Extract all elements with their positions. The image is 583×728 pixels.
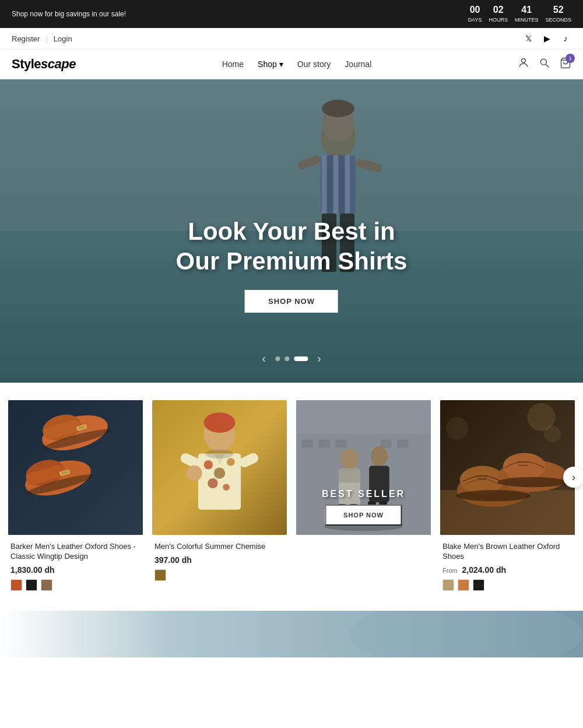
svg-line-2 [546, 64, 549, 67]
dot-3[interactable] [294, 356, 308, 361]
svg-point-36 [214, 468, 225, 479]
prev-slide-button[interactable]: ‹ [262, 352, 266, 365]
product-image-2 [152, 400, 287, 535]
register-link[interactable]: Register [12, 34, 40, 43]
utility-links: Register | Login [12, 34, 72, 43]
dot-1[interactable] [275, 356, 280, 361]
product-image-4 [440, 400, 575, 535]
hero-cta-button[interactable]: SHOP NOW [245, 290, 338, 313]
twitter-icon[interactable]: 𝕏 [522, 33, 534, 44]
main-nav: Home Shop ▾ Our story Journal [222, 60, 372, 69]
tiktok-icon[interactable]: ♪ [560, 33, 571, 44]
product-card-2[interactable]: Men's Colorful Summer Chemise 397.00 dh [152, 400, 287, 593]
product-card-3[interactable]: BEST SELLER SHOP NOW [296, 400, 431, 593]
svg-point-1 [540, 59, 546, 65]
swatch-gold[interactable] [154, 569, 166, 581]
countdown: 00 Days 02 Hours 41 Minutes 52 Seconds [468, 5, 571, 23]
product-image-1 [8, 400, 143, 535]
chevron-right-icon: › [572, 471, 575, 484]
product-card-4[interactable]: Blake Men's Brown Leather Oxford Shoes F… [440, 400, 575, 593]
logo[interactable]: Stylescape [12, 57, 76, 72]
product-name-2: Men's Colorful Summer Chemise [154, 542, 285, 552]
social-icons: 𝕏 ▶ ♪ [522, 33, 571, 44]
products-next-button[interactable]: › [563, 467, 583, 488]
search-icon[interactable] [539, 57, 550, 72]
cart-badge: 1 [566, 54, 575, 63]
countdown-seconds: 52 Seconds [545, 5, 571, 23]
main-header: Stylescape Home Shop ▾ Our story Journal [0, 50, 583, 79]
swatch-brown[interactable] [458, 579, 469, 591]
svg-point-39 [223, 484, 230, 491]
announcement-text: Shop now for big savings in our sale! [12, 10, 126, 18]
product-swatches-2 [154, 569, 285, 581]
product-price-4: From 2,024.00 dh [442, 565, 573, 575]
utility-bar: Register | Login 𝕏 ▶ ♪ [0, 28, 583, 50]
product-name-1: Barker Men's Leather Oxford Shoes - Clas… [10, 542, 141, 562]
best-seller-shop-button[interactable]: SHOP NOW [325, 505, 402, 526]
nav-journal[interactable]: Journal [345, 60, 371, 69]
svg-rect-42 [238, 452, 260, 469]
product-info-4: Blake Men's Brown Leather Oxford Shoes F… [440, 535, 575, 593]
hero-slider: Look Your Best in Our Premium Shirts SHO… [0, 79, 583, 383]
product-swatches-1 [10, 579, 141, 591]
countdown-hours: 02 Hours [489, 5, 508, 23]
svg-point-43 [187, 466, 202, 481]
nav-our-story[interactable]: Our story [297, 60, 331, 69]
login-link[interactable]: Login [54, 34, 72, 43]
products-grid: Barker Men's Leather Oxford Shoes - Clas… [8, 400, 575, 593]
product-name-4: Blake Men's Brown Leather Oxford Shoes [442, 542, 573, 562]
countdown-days: 00 Days [468, 5, 482, 23]
next-slide-button[interactable]: › [317, 352, 321, 365]
swatch-black[interactable] [26, 579, 37, 591]
svg-point-67 [456, 490, 531, 501]
announcement-bar: Shop now for big savings in our sale! 00… [0, 0, 583, 28]
slider-dots [275, 356, 308, 361]
countdown-minutes: 41 Minutes [515, 5, 539, 23]
svg-point-38 [208, 478, 217, 488]
nav-shop[interactable]: Shop ▾ [258, 60, 283, 69]
svg-point-74 [544, 425, 561, 442]
svg-point-75 [446, 417, 469, 440]
svg-point-0 [522, 58, 526, 62]
swatch-black-2[interactable] [473, 579, 484, 591]
swatch-tan[interactable] [41, 579, 52, 591]
svg-point-33 [204, 412, 236, 433]
svg-point-44 [205, 450, 233, 459]
best-seller-badge: BEST SELLER [296, 488, 431, 500]
svg-point-77 [350, 611, 583, 657]
account-icon[interactable] [518, 57, 529, 72]
hero-content: Look Your Best in Our Premium Shirts SHO… [176, 217, 408, 313]
svg-point-37 [227, 458, 234, 466]
nav-home[interactable]: Home [222, 60, 244, 69]
bottom-teaser [0, 611, 583, 657]
product-swatches-4 [442, 579, 573, 591]
product-price-1: 1,830.00 dh [10, 565, 141, 575]
product-info-2: Men's Colorful Summer Chemise 397.00 dh [152, 535, 287, 583]
cart-icon[interactable]: 1 [560, 57, 571, 72]
dot-2[interactable] [285, 356, 289, 361]
product-info-1: Barker Men's Leather Oxford Shoes - Clas… [8, 535, 143, 593]
svg-point-72 [497, 477, 568, 487]
header-icons: 1 [518, 57, 571, 72]
swatch-red-brown[interactable] [10, 579, 22, 591]
product-price-2: 397.00 dh [154, 555, 285, 565]
product-image-3: BEST SELLER SHOP NOW [296, 400, 431, 535]
hero-title: Look Your Best in Our Premium Shirts [176, 217, 408, 276]
slider-controls: ‹ › [262, 352, 321, 365]
bottom-teaser-image [0, 611, 583, 657]
swatch-light-tan[interactable] [442, 579, 454, 591]
product-card-1[interactable]: Barker Men's Leather Oxford Shoes - Clas… [8, 400, 143, 593]
products-section: Barker Men's Leather Oxford Shoes - Clas… [0, 383, 583, 611]
product-info-3 [296, 535, 431, 570]
chevron-down-icon: ▾ [279, 60, 283, 69]
svg-point-69 [503, 453, 546, 480]
svg-point-35 [204, 460, 213, 469]
youtube-icon[interactable]: ▶ [541, 33, 553, 44]
